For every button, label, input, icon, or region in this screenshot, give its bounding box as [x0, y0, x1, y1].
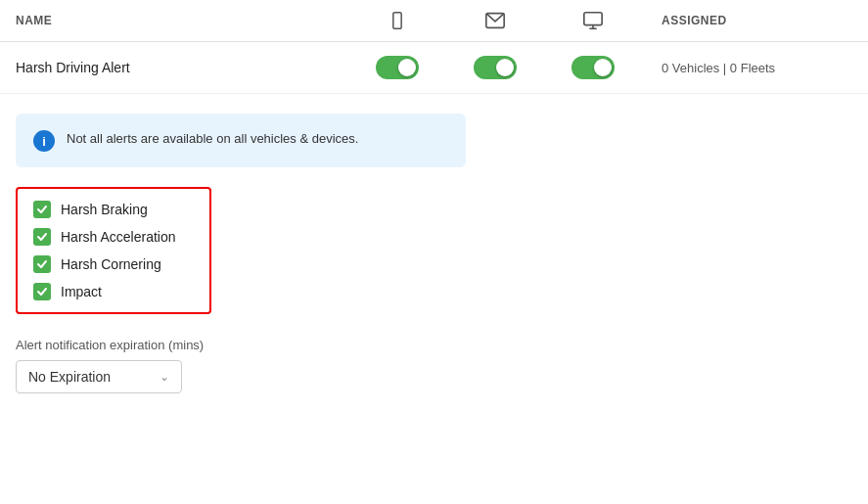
email-toggle-thumb — [496, 59, 514, 76]
expiration-label: Alert notification expiration (mins) — [16, 338, 852, 352]
svg-rect-3 — [584, 13, 602, 25]
info-icon: i — [33, 130, 55, 152]
expiration-selected-value: No Expiration — [28, 369, 111, 385]
checkbox-label: Impact — [61, 284, 102, 299]
info-text: Not all alerts are available on all vehi… — [67, 129, 358, 149]
phone-header-icon — [368, 11, 427, 30]
monitor-header-icon — [564, 10, 622, 31]
chevron-down-icon: ⌄ — [160, 370, 169, 384]
info-box: i Not all alerts are available on all ve… — [16, 114, 466, 167]
monitor-toggle-wrapper[interactable] — [564, 56, 622, 79]
checkbox-item[interactable]: Harsh Cornering — [33, 255, 194, 273]
channel-icons-header — [348, 10, 642, 31]
checkbox-item[interactable]: Harsh Braking — [33, 201, 194, 218]
phone-toggle-thumb — [398, 59, 416, 76]
assigned-column-header: ASSIGNED — [642, 14, 852, 27]
alert-row: Harsh Driving Alert 0 Vehicles | — [0, 42, 868, 94]
checkbox-group: Harsh BrakingHarsh AccelerationHarsh Cor… — [16, 187, 211, 314]
phone-toggle[interactable] — [376, 56, 419, 79]
monitor-toggle-thumb — [594, 59, 612, 76]
checkbox-check-icon — [33, 228, 51, 246]
email-toggle-wrapper[interactable] — [466, 56, 525, 79]
toggles-cell — [348, 56, 642, 79]
checkbox-item[interactable]: Impact — [33, 283, 194, 300]
phone-toggle-track — [376, 56, 419, 79]
svg-rect-0 — [393, 13, 401, 29]
checkbox-item[interactable]: Harsh Acceleration — [33, 228, 194, 246]
email-toggle[interactable] — [474, 56, 517, 79]
checkbox-check-icon — [33, 283, 51, 300]
monitor-toggle[interactable] — [571, 56, 615, 79]
checkbox-label: Harsh Braking — [61, 202, 148, 217]
expiration-dropdown[interactable]: No Expiration ⌄ — [16, 360, 182, 393]
phone-toggle-wrapper[interactable] — [368, 56, 427, 79]
checkbox-check-icon — [33, 201, 51, 218]
checkbox-label: Harsh Cornering — [61, 256, 161, 272]
assigned-value: 0 Vehicles | 0 Fleets — [642, 61, 852, 75]
email-header-icon — [466, 10, 525, 31]
monitor-toggle-track — [571, 56, 615, 79]
name-column-header: NAME — [16, 14, 348, 27]
email-toggle-track — [474, 56, 517, 79]
checkbox-check-icon — [33, 255, 51, 273]
checkbox-label: Harsh Acceleration — [61, 229, 176, 245]
alert-name: Harsh Driving Alert — [16, 60, 348, 75]
main-content: i Not all alerts are available on all ve… — [0, 94, 868, 413]
table-header: NAME ASSIGNED — [0, 0, 868, 42]
